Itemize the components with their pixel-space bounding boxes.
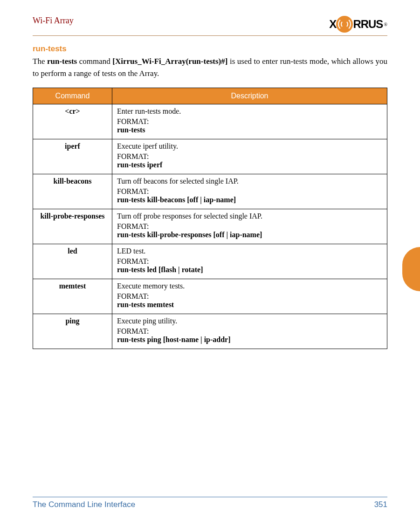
- logo-text-right: RRUS: [353, 18, 383, 31]
- footer-left: The Command Line Interface: [33, 500, 135, 509]
- format-label: FORMAT:: [117, 292, 382, 301]
- intro-prompt: [Xirrus_Wi-Fi_Array(run-tests)#]: [112, 57, 227, 66]
- cmd-desc-cell: LED test. FORMAT: run-tests led [flash |…: [112, 244, 387, 279]
- format-label: FORMAT:: [117, 187, 382, 196]
- format-label: FORMAT:: [117, 117, 382, 126]
- cmd-name: led: [33, 244, 112, 279]
- logo-dot-icon: [336, 16, 353, 33]
- format-label: FORMAT:: [117, 257, 382, 266]
- cmd-desc-cell: Execute memory tests. FORMAT: run-tests …: [112, 279, 387, 314]
- table-header-row: Command Description: [33, 88, 387, 104]
- cmd-name: memtest: [33, 279, 112, 314]
- table-row: memtest Execute memory tests. FORMAT: ru…: [33, 279, 387, 314]
- cmd-name: kill-probe-responses: [33, 209, 112, 244]
- page-footer: The Command Line Interface 351: [33, 497, 387, 509]
- intro-text-1: The: [33, 57, 47, 66]
- format-value: run-tests kill-beacons [off | iap-name]: [117, 196, 382, 204]
- format-value: run-tests iperf: [117, 161, 382, 169]
- brand-logo: X RRUS ®: [329, 16, 387, 33]
- logo-registered-icon: ®: [384, 22, 387, 27]
- intro-paragraph: The run-tests command [Xirrus_Wi-Fi_Arra…: [33, 55, 387, 80]
- cmd-desc: Execute iperf utility.: [117, 142, 382, 151]
- cmd-desc-cell: Enter run-tests mode. FORMAT: run-tests: [112, 104, 387, 139]
- section-title: run-tests: [33, 44, 387, 54]
- cmd-name: ping: [33, 314, 112, 349]
- cmd-desc-cell: Execute iperf utility. FORMAT: run-tests…: [112, 139, 387, 174]
- table-row: iperf Execute iperf utility. FORMAT: run…: [33, 139, 387, 174]
- intro-text-2: command: [77, 57, 112, 66]
- page-header: Wi-Fi Array X RRUS ®: [33, 16, 387, 36]
- table-row: led LED test. FORMAT: run-tests led [fla…: [33, 244, 387, 279]
- format-label: FORMAT:: [117, 152, 382, 161]
- table-row: kill-beacons Turn off beacons for select…: [33, 174, 387, 209]
- format-label: FORMAT:: [117, 222, 382, 231]
- cmd-desc: Execute ping utility.: [117, 317, 382, 325]
- cmd-desc-cell: Turn off probe responses for selected si…: [112, 209, 387, 244]
- format-value: run-tests: [117, 126, 382, 134]
- page-number: 351: [374, 500, 387, 509]
- cmd-name: iperf: [33, 139, 112, 174]
- command-table: Command Description <cr> Enter run-tests…: [33, 88, 387, 349]
- cmd-name: <cr>: [33, 104, 112, 139]
- format-value: run-tests kill-probe-responses [off | ia…: [117, 231, 382, 239]
- cmd-desc: Turn off beacons for selected single IAP…: [117, 177, 382, 185]
- th-command: Command: [33, 88, 112, 104]
- table-row: <cr> Enter run-tests mode. FORMAT: run-t…: [33, 104, 387, 139]
- header-title: Wi-Fi Array: [33, 16, 74, 26]
- cmd-desc: Enter run-tests mode.: [117, 107, 382, 116]
- format-value: run-tests ping [host-name | ip-addr]: [117, 336, 382, 344]
- format-value: run-tests led [flash | rotate]: [117, 266, 382, 274]
- table-row: ping Execute ping utility. FORMAT: run-t…: [33, 314, 387, 349]
- format-label: FORMAT:: [117, 327, 382, 336]
- format-value: run-tests memtest: [117, 301, 382, 309]
- logo-text-left: X: [329, 18, 336, 31]
- table-row: kill-probe-responses Turn off probe resp…: [33, 209, 387, 244]
- intro-command: run-tests: [47, 57, 77, 66]
- cmd-desc-cell: Turn off beacons for selected single IAP…: [112, 174, 387, 209]
- cmd-desc: LED test.: [117, 247, 382, 255]
- cmd-desc-cell: Execute ping utility. FORMAT: run-tests …: [112, 314, 387, 349]
- cmd-desc: Turn off probe responses for selected si…: [117, 212, 382, 220]
- th-description: Description: [112, 88, 387, 104]
- cmd-desc: Execute memory tests.: [117, 282, 382, 290]
- cmd-name: kill-beacons: [33, 174, 112, 209]
